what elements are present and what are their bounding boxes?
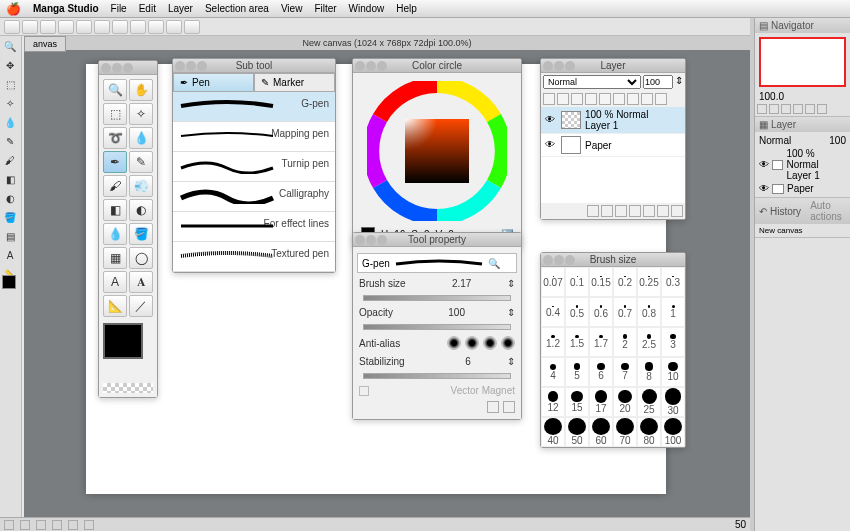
- toolbar-open-icon[interactable]: [22, 20, 38, 34]
- tool-line-icon[interactable]: ／: [129, 295, 153, 317]
- toolbar-save-icon[interactable]: [40, 20, 56, 34]
- zoom-value[interactable]: 100.0: [759, 91, 784, 102]
- aa-option-4-icon[interactable]: [501, 336, 515, 350]
- brushsize-cell[interactable]: 0.07: [541, 267, 565, 297]
- menu-window[interactable]: Window: [349, 3, 385, 14]
- panel-min-icon[interactable]: [554, 61, 564, 71]
- wrench-icon[interactable]: [487, 401, 499, 413]
- tool-eyedrop-icon[interactable]: 💧: [129, 127, 153, 149]
- tool-fill-icon[interactable]: 🪣: [129, 223, 153, 245]
- menu-help[interactable]: Help: [396, 3, 417, 14]
- toolbar-copy-icon[interactable]: [112, 20, 128, 34]
- layer-row-1[interactable]: 👁 100 % NormalLayer 1: [541, 107, 685, 134]
- layer-combine-icon[interactable]: [641, 93, 653, 105]
- wand-tool-icon[interactable]: ✧: [2, 95, 18, 111]
- stabilizing-slider[interactable]: [363, 373, 511, 379]
- subtool-calligraphy[interactable]: Calligraphy: [173, 182, 335, 212]
- sb-icon-6[interactable]: [84, 520, 94, 530]
- panel-close-icon[interactable]: [355, 235, 365, 245]
- layer-draft-icon[interactable]: [599, 93, 611, 105]
- brushsize-cell[interactable]: 15: [565, 387, 589, 417]
- tool-eraser-icon[interactable]: ◧: [103, 199, 127, 221]
- vector-magnet-checkbox[interactable]: Vector Magnet: [357, 382, 517, 399]
- panel-min-icon[interactable]: [186, 61, 196, 71]
- foreground-color-icon[interactable]: [103, 323, 143, 359]
- layer-row-2[interactable]: 👁 Paper: [541, 134, 685, 157]
- sb-icon-5[interactable]: [68, 520, 78, 530]
- tool-zoom-icon[interactable]: 🔍: [103, 79, 127, 101]
- menu-edit[interactable]: Edit: [139, 3, 156, 14]
- brushsize-cell[interactable]: 80: [637, 417, 661, 447]
- brushsize-cell[interactable]: 0.8: [637, 297, 661, 327]
- brushsize-cell[interactable]: 40: [541, 417, 565, 447]
- panel-menu-icon[interactable]: [123, 63, 133, 73]
- duplicate-icon[interactable]: [615, 205, 627, 217]
- stepper-icon[interactable]: ⇕: [507, 278, 515, 289]
- layer-lock-icon[interactable]: [543, 93, 555, 105]
- layer-effect-icon[interactable]: [613, 93, 625, 105]
- brushsize-cell[interactable]: 20: [613, 387, 637, 417]
- panel-min-icon[interactable]: [112, 63, 122, 73]
- foreground-color-swatch[interactable]: [2, 275, 16, 289]
- combine-icon[interactable]: [657, 205, 669, 217]
- tool-lasso-icon[interactable]: ➰: [103, 127, 127, 149]
- stepper-icon[interactable]: ⇕: [507, 356, 515, 367]
- brushsize-cell[interactable]: 1.2: [541, 327, 565, 357]
- visibility-icon[interactable]: 👁: [545, 114, 557, 126]
- brushsize-cell[interactable]: 1.7: [589, 327, 613, 357]
- brushsize-cell[interactable]: 4: [541, 357, 565, 387]
- eye-icon[interactable]: 👁: [759, 159, 769, 170]
- panel-menu-icon[interactable]: [197, 61, 207, 71]
- menu-selection[interactable]: Selection area: [205, 3, 269, 14]
- brushsize-cell[interactable]: 25: [637, 387, 661, 417]
- subtool-effect[interactable]: For effect lines: [173, 212, 335, 242]
- blend-tool-icon[interactable]: ◐: [2, 190, 18, 206]
- tool-gradient-icon[interactable]: ▦: [103, 247, 127, 269]
- colorcircle-header[interactable]: Color circle: [353, 59, 521, 73]
- brushsize-cell[interactable]: 2.5: [637, 327, 661, 357]
- brushsize-cell[interactable]: 0.3: [661, 267, 685, 297]
- brush-tool-icon[interactable]: 🖌: [2, 152, 18, 168]
- visibility-icon[interactable]: 👁: [545, 139, 557, 151]
- eye-icon[interactable]: 👁: [759, 183, 769, 194]
- panel-menu-icon[interactable]: [377, 235, 387, 245]
- merge-icon[interactable]: [629, 205, 641, 217]
- move-tool-icon[interactable]: ✥: [2, 57, 18, 73]
- panel-close-icon[interactable]: [355, 61, 365, 71]
- brushsize-cell[interactable]: 10: [661, 357, 685, 387]
- tool-pen-icon[interactable]: ✒: [103, 151, 127, 173]
- sb-icon-1[interactable]: [4, 520, 14, 530]
- fill-tool-icon[interactable]: 🪣: [2, 209, 18, 225]
- brushsize-cell[interactable]: 5: [565, 357, 589, 387]
- subtool-mapping[interactable]: Mapping pen: [173, 122, 335, 152]
- layer-opacity-input[interactable]: [643, 75, 673, 89]
- panel-close-icon[interactable]: [543, 255, 553, 265]
- brushsize-cell[interactable]: 12: [541, 387, 565, 417]
- tool-ruler-icon[interactable]: 📐: [103, 295, 127, 317]
- brushsize-slider[interactable]: [363, 295, 511, 301]
- brushsize-cell[interactable]: 8: [637, 357, 661, 387]
- panel-min-icon[interactable]: [366, 61, 376, 71]
- panel-min-icon[interactable]: [366, 235, 376, 245]
- menu-file[interactable]: File: [111, 3, 127, 14]
- subtool-gpen[interactable]: G-pen: [173, 92, 335, 122]
- mini-layer-row-1[interactable]: 👁100 % NormalLayer 1: [759, 147, 846, 182]
- tab-marker[interactable]: ✎Marker: [254, 73, 335, 92]
- tool-pencil-icon[interactable]: ✎: [129, 151, 153, 173]
- brushsize-cell[interactable]: 0.15: [589, 267, 613, 297]
- document-tab[interactable]: anvas: [24, 36, 66, 52]
- transparent-color-icon[interactable]: [103, 383, 153, 393]
- brushsize-cell[interactable]: 0.6: [589, 297, 613, 327]
- rotate-l-icon[interactable]: [793, 104, 803, 114]
- tab-pen[interactable]: ✒Pen: [173, 73, 254, 92]
- brushsize-cell[interactable]: 1.5: [565, 327, 589, 357]
- panel-close-icon[interactable]: [101, 63, 111, 73]
- transfer-icon[interactable]: [643, 205, 655, 217]
- toolbar-undo-icon[interactable]: [58, 20, 74, 34]
- tool-drop-icon[interactable]: 💧: [103, 223, 127, 245]
- tool-text-icon[interactable]: A: [103, 271, 127, 293]
- panel-menu-icon[interactable]: [565, 255, 575, 265]
- subtool-header[interactable]: Sub tool: [173, 59, 335, 73]
- stepper-icon[interactable]: ⇕: [675, 75, 683, 89]
- gear-icon[interactable]: [503, 401, 515, 413]
